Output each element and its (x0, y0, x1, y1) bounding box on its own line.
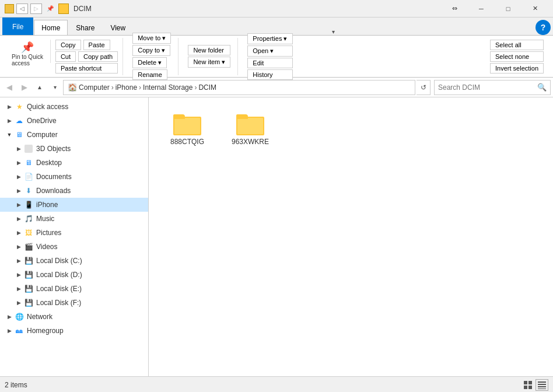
refresh-button[interactable]: ↺ (416, 80, 430, 95)
sidebar-item-downloads[interactable]: ▶ ⬇ Downloads (0, 184, 148, 198)
tab-file[interactable]: File (2, 18, 33, 35)
rename-button[interactable]: Rename (132, 69, 167, 80)
edit-button[interactable]: Edit (247, 58, 292, 68)
ribbon-group-select: Select all Select none Invert selection (485, 40, 548, 74)
expand-icon-network[interactable]: ▶ (5, 312, 14, 321)
forward-button-icon[interactable]: ▷ (30, 4, 42, 14)
expand-icon-documents[interactable]: ▶ (14, 172, 23, 181)
sidebar-label-homegroup: Homegroup (27, 327, 64, 335)
open-button[interactable]: Open ▾ (247, 46, 292, 57)
move-to-button[interactable]: Move to ▾ (132, 33, 171, 44)
expand-icon-desktop[interactable]: ▶ (14, 158, 23, 167)
delete-button[interactable]: Delete ▾ (132, 57, 167, 68)
sidebar-item-onedrive[interactable]: ▶ ☁ OneDrive (0, 114, 148, 128)
sidebar-label-iphone: iPhone (36, 201, 58, 209)
sidebar-item-local-c[interactable]: ▶ 💾 Local Disk (C:) (0, 254, 148, 268)
sidebar-label-3d-objects: 3D Objects (36, 145, 71, 153)
paste-button[interactable]: Paste (83, 40, 110, 50)
properties-button[interactable]: Properties ▾ (247, 33, 292, 44)
restore-button[interactable]: ⇔ (441, 0, 468, 18)
ribbon-group-new: New folder New item ▾ (181, 38, 238, 75)
help-button[interactable]: ? (536, 20, 551, 35)
sidebar-item-network[interactable]: ▶ 🌐 Network (0, 310, 148, 324)
expand-icon-iphone[interactable]: ▶ (14, 200, 23, 209)
path-item-iphone[interactable]: iPhone (116, 83, 137, 92)
paste-shortcut-button[interactable]: Paste shortcut (55, 63, 118, 74)
copy-button[interactable]: Copy (55, 40, 81, 50)
path-item-computer[interactable]: Computer (79, 83, 110, 92)
search-box[interactable]: 🔍 (434, 80, 551, 95)
sidebar-item-computer[interactable]: ▼ 🖥 Computer (0, 128, 148, 142)
sidebar-label-downloads: Downloads (36, 187, 71, 195)
sidebar-item-iphone[interactable]: ▶ 📱 iPhone (0, 198, 148, 212)
sidebar-item-documents[interactable]: ▶ 📄 Documents (0, 170, 148, 184)
invert-selection-button[interactable]: Invert selection (490, 63, 544, 74)
history-button[interactable]: History (247, 69, 292, 80)
sidebar-item-quick-access[interactable]: ▶ ★ Quick access (0, 100, 148, 114)
new-item-button[interactable]: New item ▾ (188, 57, 230, 68)
svg-rect-2 (524, 386, 527, 389)
search-icon[interactable]: 🔍 (537, 83, 547, 92)
tab-view[interactable]: View (103, 20, 133, 35)
sidebar-item-local-f[interactable]: ▶ 💾 Local Disk (F:) (0, 296, 148, 310)
pin-icon[interactable]: 📌 (44, 4, 56, 14)
expand-icon-3d-objects[interactable]: ▶ (14, 144, 23, 153)
minimize-button[interactable]: ─ (468, 0, 495, 18)
expand-icon-quick-access[interactable]: ▶ (5, 102, 14, 111)
sidebar-item-local-e[interactable]: ▶ 💾 Local Disk (E:) (0, 282, 148, 296)
search-input[interactable] (438, 83, 535, 92)
pin-to-quickaccess-button[interactable]: 📌 Pin to Quickaccess (9, 40, 46, 74)
sidebar-item-homegroup[interactable]: ▶ 🏘 Homegroup (0, 324, 148, 338)
expand-icon-videos[interactable]: ▶ (14, 242, 23, 251)
expand-icon-homegroup[interactable]: ▶ (5, 326, 14, 335)
new-folder-button[interactable]: New folder (188, 45, 230, 55)
expand-icon-onedrive[interactable]: ▶ (5, 116, 14, 125)
expand-icon-local-c[interactable]: ▶ (14, 256, 23, 265)
expand-icon-computer[interactable]: ▼ (5, 130, 14, 139)
sidebar-item-3d-objects[interactable]: ▶ 3D Objects (0, 142, 148, 156)
forward-nav-button[interactable]: ▶ (18, 80, 32, 94)
copy-path-button[interactable]: Copy path (78, 51, 118, 62)
address-path[interactable]: 🏠 Computer › iPhone › Internal Storage ›… (63, 80, 415, 95)
sidebar-label-local-f: Local Disk (F:) (36, 299, 81, 307)
svg-rect-6 (538, 386, 546, 387)
expand-icon-music[interactable]: ▶ (14, 214, 23, 223)
folder-label-963xwkre: 963XWKRE (232, 138, 269, 146)
sidebar-item-pictures[interactable]: ▶ 🖼 Pictures (0, 226, 148, 240)
view-details-button[interactable] (536, 379, 548, 391)
expand-icon-downloads[interactable]: ▶ (14, 186, 23, 195)
up-nav-button[interactable]: ▲ (33, 80, 47, 94)
recent-locations-button[interactable]: ▾ (48, 80, 62, 94)
expand-icon-local-d[interactable]: ▶ (14, 270, 23, 279)
sidebar-item-videos[interactable]: ▶ 🎬 Videos (0, 240, 148, 254)
sidebar-label-network: Network (27, 313, 52, 321)
expand-icon-pictures[interactable]: ▶ (14, 228, 23, 237)
view-large-icons-button[interactable] (522, 379, 534, 391)
maximize-button[interactable]: □ (495, 0, 522, 18)
large-icons-svg (523, 380, 533, 390)
svg-rect-1 (528, 381, 532, 384)
cut-button[interactable]: Cut (55, 51, 76, 62)
tab-home[interactable]: Home (34, 20, 68, 35)
expand-icon-local-f[interactable]: ▶ (14, 298, 23, 307)
sidebar-item-local-d[interactable]: ▶ 💾 Local Disk (D:) (0, 268, 148, 282)
ribbon-tab-row: File Home Share View ▾ ? (0, 18, 553, 35)
select-all-button[interactable]: Select all (490, 40, 544, 50)
path-item-internal-storage[interactable]: Internal Storage (143, 83, 192, 92)
copy-to-button[interactable]: Copy to ▾ (132, 45, 170, 56)
sidebar-label-local-d: Local Disk (D:) (36, 271, 82, 279)
title-bar: ◁ ▷ 📌 DCIM ⇔ ─ □ ✕ (0, 0, 553, 18)
back-button-icon[interactable]: ◁ (16, 4, 28, 14)
expand-icon-local-e[interactable]: ▶ (14, 284, 23, 293)
sidebar-item-music[interactable]: ▶ 🎵 Music (0, 212, 148, 226)
folder-item-963xwkre[interactable]: 963XWKRE (221, 107, 279, 151)
folder-item-888ctqig[interactable]: 888CTQIG (158, 107, 216, 151)
path-item-current[interactable]: DCIM (198, 83, 216, 92)
sidebar-item-desktop[interactable]: ▶ 🖥 Desktop (0, 156, 148, 170)
back-nav-button[interactable]: ◀ (2, 80, 16, 94)
ribbon-expand[interactable]: ▾ (332, 29, 337, 35)
close-button[interactable]: ✕ (522, 0, 548, 18)
tab-share[interactable]: Share (68, 20, 102, 35)
select-none-button[interactable]: Select none (490, 51, 544, 62)
music-icon: 🎵 (23, 214, 34, 223)
